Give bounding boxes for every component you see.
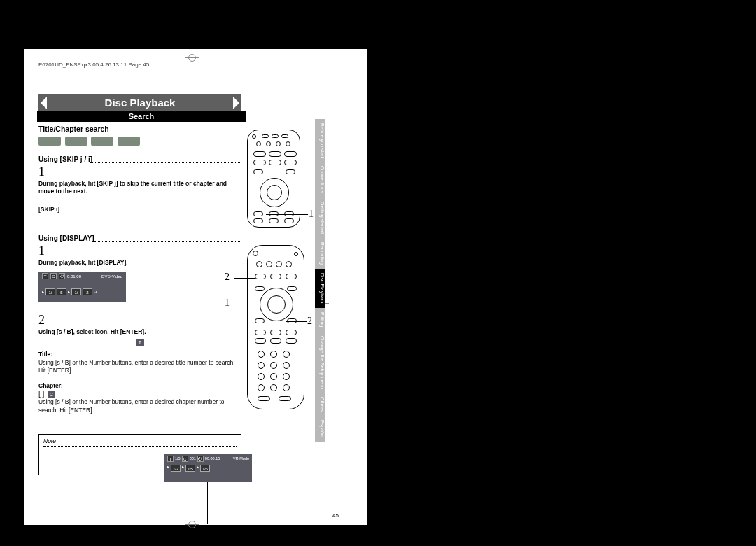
- bracket-label: [ ]: [38, 390, 44, 398]
- osd-time: 0:01:00: [67, 274, 81, 279]
- skip-instruction: During playback, hit [SKIP j] to skip th…: [38, 180, 241, 196]
- osd-format: DVD-Video: [102, 274, 122, 279]
- note-label: Note: [43, 438, 56, 444]
- t-icon: T: [42, 273, 48, 279]
- osd-screenshot: T C ⏱ 0:01:00 DVD-Video ▸ 1/ 5 ▸ 1/ 2 ⇢: [38, 272, 126, 302]
- remote-illustration: [247, 130, 300, 227]
- tab-others: Others: [315, 393, 325, 416]
- registration-mark-icon: [186, 518, 200, 532]
- osd-value: 2: [83, 288, 92, 295]
- step-number: 1: [38, 164, 241, 179]
- disc-type-badges: [38, 136, 241, 146]
- tab-connections: Connections: [315, 162, 325, 197]
- osd-value: 1/: [71, 288, 81, 295]
- callout-number: 2: [225, 272, 230, 283]
- subsection-heading: Title/Chapter search: [38, 125, 241, 133]
- using-skip-heading: Using [SKIP j / i]: [38, 155, 92, 163]
- section-title-banner: Search: [37, 111, 246, 122]
- c-icon: C: [48, 391, 55, 398]
- t-icon: T: [136, 339, 144, 346]
- remote-illustration: [247, 245, 304, 410]
- tab-disc-playback: Disc Playback: [315, 269, 325, 308]
- badge-icon: [118, 136, 140, 146]
- chapter-title: Disc Playback: [105, 97, 176, 108]
- tab-espanol: Español: [315, 416, 325, 442]
- step-number: 1: [38, 244, 241, 258]
- print-header: E6701UD_ENSP.qx3 05.4.26 13:11 Page 45: [38, 62, 149, 68]
- tab-getting-started: Getting started: [315, 197, 325, 238]
- using-display-heading: Using [DISPLAY]: [38, 234, 94, 242]
- osd-value: 1/: [46, 288, 55, 295]
- chapter-instruction: Using [s / B] or the Number buttons, ent…: [38, 398, 241, 414]
- chapter-label: Chapter:: [38, 382, 241, 390]
- step-number: 2: [38, 313, 241, 328]
- note-osd-screenshot: T 1/5 C 001 ⏱ 00:00:15 VR-Mode ▸1/2 ▸1/5…: [164, 454, 252, 482]
- callout-number: 1: [309, 209, 314, 220]
- c-icon: C: [50, 273, 57, 279]
- tab-recording: Recording: [315, 238, 325, 269]
- section-tabs: Before you start Connections Getting sta…: [315, 119, 325, 442]
- tab-change-setup-menu: Change the Setup menu: [315, 332, 325, 393]
- registration-mark-icon: [186, 51, 200, 65]
- badge-icon: [91, 136, 113, 146]
- body-content: Title/Chapter search Using [SKIP j / i] …: [38, 125, 241, 414]
- callout-number: 1: [225, 298, 230, 309]
- t-icon: T: [167, 456, 174, 462]
- badge-icon: [38, 136, 61, 146]
- arrow-icon: ⇢: [94, 289, 97, 294]
- tab-editing: Editing: [315, 308, 325, 331]
- tab-before-you-start: Before you start: [315, 119, 325, 162]
- title-instruction: Using [s / B] or the Number buttons, ent…: [38, 359, 241, 375]
- badge-icon: [65, 136, 88, 146]
- clock-icon: ⏱: [197, 456, 204, 462]
- callout-number: 2: [307, 316, 312, 327]
- note-callout-line: [207, 482, 208, 524]
- clock-icon: ⏱: [59, 273, 65, 279]
- osd-value: 5: [57, 288, 66, 295]
- chapter-title-banner: Disc Playback: [38, 94, 241, 111]
- page-number: 45: [332, 512, 339, 519]
- display-step1-text: During playback, hit [DISPLAY].: [38, 259, 241, 267]
- skip-back-label: [SKIP i]: [38, 206, 241, 214]
- display-step2-text: Using [s / B], select icon. Hit [ENTER].: [38, 328, 241, 336]
- c-icon: C: [182, 456, 188, 462]
- title-label: Title:: [38, 351, 241, 358]
